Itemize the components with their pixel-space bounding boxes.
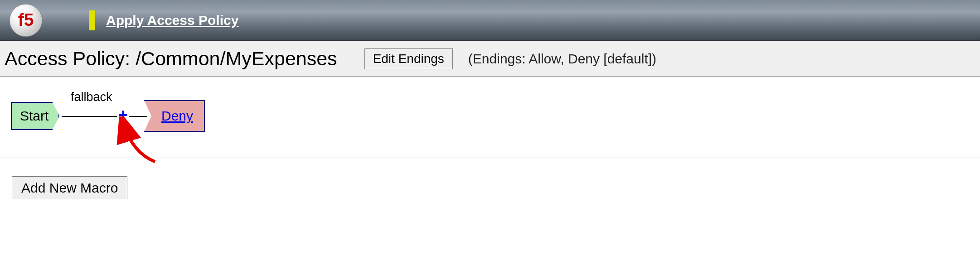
deny-ending-node[interactable]: Deny [144,100,205,132]
flow-connector-line [62,116,121,117]
f5-logo-icon: f5 [8,3,44,38]
edit-endings-button[interactable]: Edit Endings [364,48,453,69]
flow-connector-line [129,116,147,117]
policy-title: Access Policy: /Common/MyExpenses [4,48,337,70]
start-node[interactable]: Start [11,102,59,130]
add-new-macro-button[interactable]: Add New Macro [12,176,127,199]
fallback-branch-label: fallback [71,90,112,104]
apply-access-policy-link[interactable]: Apply Access Policy [106,13,238,28]
macro-section: Add New Macro [0,158,980,199]
endings-info-text: (Endings: Allow, Deny [default]) [468,51,656,67]
add-action-plus-button[interactable]: + [117,107,129,123]
yellow-marker-icon [89,10,95,30]
flow-canvas: Start fallback + Deny [0,77,980,158]
policy-title-bar: Access Policy: /Common/MyExpenses Edit E… [0,41,980,77]
svg-text:f5: f5 [18,10,34,29]
app-header: f5 Apply Access Policy [0,0,980,41]
